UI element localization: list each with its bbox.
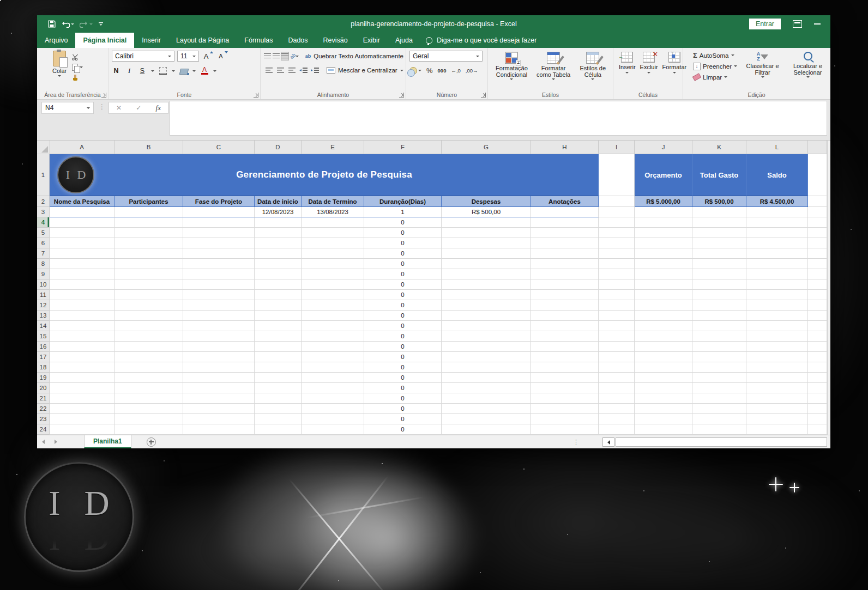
cell-B10[interactable] — [114, 279, 183, 290]
cell-A3[interactable] — [50, 207, 114, 217]
cell-H14[interactable] — [531, 321, 599, 331]
cell-D7[interactable] — [255, 248, 302, 259]
cell-F8[interactable]: 0 — [364, 259, 442, 269]
cell-K10[interactable] — [692, 279, 746, 290]
cell-C23[interactable] — [183, 414, 255, 424]
cell-K24[interactable] — [692, 424, 746, 435]
cell-E5[interactable] — [302, 228, 364, 238]
cell-K16[interactable] — [692, 342, 746, 352]
cell-F9[interactable]: 0 — [364, 269, 442, 279]
cell-B23[interactable] — [114, 414, 183, 424]
align-right-button[interactable] — [287, 66, 297, 75]
cell-J24[interactable] — [635, 424, 692, 435]
cell-C21[interactable] — [183, 393, 255, 404]
row-header-16[interactable]: 16 — [37, 342, 50, 352]
table-header-cell[interactable]: Nome da Pesquisa — [50, 196, 114, 207]
cell-J23[interactable] — [635, 414, 692, 424]
cell-B20[interactable] — [114, 383, 183, 393]
cell-A18[interactable] — [50, 362, 114, 373]
cell-M3[interactable] — [808, 207, 827, 217]
cell-K23[interactable] — [692, 414, 746, 424]
cell-J17[interactable] — [635, 352, 692, 362]
cell-J11[interactable] — [635, 290, 692, 300]
align-bottom-button[interactable] — [281, 52, 289, 60]
cancel-icon[interactable]: ✕ — [116, 104, 122, 112]
cell-J21[interactable] — [635, 393, 692, 404]
hscroll-left-icon[interactable] — [602, 437, 614, 447]
cell-I24[interactable] — [599, 424, 635, 435]
cell-F15[interactable]: 0 — [364, 331, 442, 342]
cell-A7[interactable] — [50, 248, 114, 259]
column-header-G[interactable]: G — [442, 141, 531, 154]
cell-L20[interactable] — [746, 383, 808, 393]
cell-J8[interactable] — [635, 259, 692, 269]
cell-E21[interactable] — [302, 393, 364, 404]
cell-M4[interactable] — [808, 217, 827, 228]
name-box[interactable]: N4 — [41, 102, 94, 114]
row-header-19[interactable]: 19 — [37, 373, 50, 383]
row-header-5[interactable]: 5 — [37, 228, 50, 238]
cell-H15[interactable] — [531, 331, 599, 342]
cell-K17[interactable] — [692, 352, 746, 362]
cell-D5[interactable] — [255, 228, 302, 238]
tab-layout-da-pagina[interactable]: Layout da Página — [168, 33, 237, 48]
cell-E9[interactable] — [302, 269, 364, 279]
cell-M1[interactable] — [808, 154, 827, 196]
cell-A14[interactable] — [50, 321, 114, 331]
cell-M2[interactable] — [808, 196, 827, 207]
cell-D19[interactable] — [255, 373, 302, 383]
cell-J13[interactable] — [635, 311, 692, 321]
cell-A10[interactable] — [50, 279, 114, 290]
cell-I19[interactable] — [599, 373, 635, 383]
cell-B17[interactable] — [114, 352, 183, 362]
cell-C13[interactable] — [183, 311, 255, 321]
cell-K14[interactable] — [692, 321, 746, 331]
cell-G5[interactable] — [442, 228, 531, 238]
font-name-combo[interactable]: Calibri — [112, 51, 174, 62]
cell-H9[interactable] — [531, 269, 599, 279]
cell-B24[interactable] — [114, 424, 183, 435]
cell-A23[interactable] — [50, 414, 114, 424]
cell-F7[interactable]: 0 — [364, 248, 442, 259]
row-header-15[interactable]: 15 — [37, 331, 50, 342]
cell-C22[interactable] — [183, 404, 255, 414]
fill-button[interactable]: ↓ Preencher — [693, 62, 737, 71]
cell-D4[interactable] — [255, 217, 302, 228]
cell-H6[interactable] — [531, 238, 599, 248]
cell-L12[interactable] — [746, 300, 808, 311]
customize-qat-icon[interactable] — [98, 21, 104, 27]
cell-G14[interactable] — [442, 321, 531, 331]
cell-I21[interactable] — [599, 393, 635, 404]
cell-E24[interactable] — [302, 424, 364, 435]
cell-C17[interactable] — [183, 352, 255, 362]
cell-B16[interactable] — [114, 342, 183, 352]
cell-E16[interactable] — [302, 342, 364, 352]
cell-F19[interactable]: 0 — [364, 373, 442, 383]
cell-I23[interactable] — [599, 414, 635, 424]
cell-B5[interactable] — [114, 228, 183, 238]
cell-L4[interactable] — [746, 217, 808, 228]
cell-E14[interactable] — [302, 321, 364, 331]
cell-L17[interactable] — [746, 352, 808, 362]
sort-filter-button[interactable]: AZ Classificar e Filtrar — [743, 51, 782, 79]
cell-I3[interactable] — [599, 207, 635, 217]
align-middle-button[interactable] — [272, 52, 279, 60]
cell-H20[interactable] — [531, 383, 599, 393]
cell-M10[interactable] — [808, 279, 827, 290]
cell-A15[interactable] — [50, 331, 114, 342]
summary-header-orçamento[interactable]: Orçamento — [635, 154, 692, 196]
insert-function-icon[interactable]: fx — [156, 104, 161, 112]
cell-J15[interactable] — [635, 331, 692, 342]
table-header-cell[interactable]: Data de inicio — [255, 196, 302, 207]
cell-H13[interactable] — [531, 311, 599, 321]
cell-A12[interactable] — [50, 300, 114, 311]
cell-M11[interactable] — [808, 290, 827, 300]
row-header-24[interactable]: 24 — [37, 424, 50, 435]
cell-F13[interactable]: 0 — [364, 311, 442, 321]
delete-cells-button[interactable]: ✕ Excluir — [638, 51, 660, 75]
cell-I18[interactable] — [599, 362, 635, 373]
font-color-button[interactable]: A — [200, 66, 209, 76]
cell-G9[interactable] — [442, 269, 531, 279]
cell-D17[interactable] — [255, 352, 302, 362]
cell-G20[interactable] — [442, 383, 531, 393]
